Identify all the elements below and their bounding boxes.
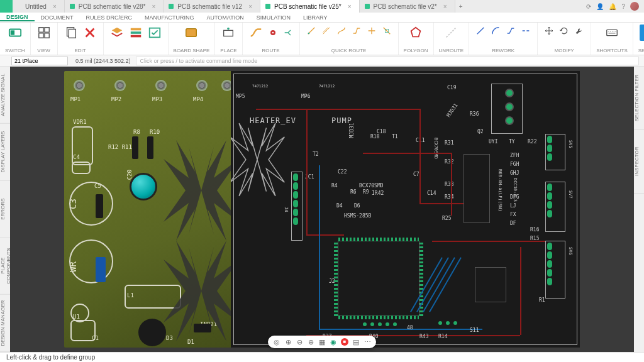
line-icon[interactable]: [474, 25, 487, 37]
rotate-icon[interactable]: [558, 25, 570, 37]
via-icon[interactable]: [267, 26, 279, 39]
ribbon-group-switch: SWITCH: [0, 23, 31, 55]
switch-icon[interactable]: [7, 25, 23, 41]
target-icon[interactable]: ⊕: [284, 338, 292, 346]
wrench-icon[interactable]: [573, 25, 586, 37]
close-icon[interactable]: ×: [248, 3, 252, 10]
keyboard-icon[interactable]: [604, 25, 620, 41]
svg-rect-9: [224, 30, 233, 36]
sub-toolbar: 0.5 mil (2244.3 502.2) Click or press / …: [0, 55, 644, 67]
help-icon[interactable]: ?: [621, 3, 625, 10]
document-tab-bar: Untitled× PCB schematic file v28*× PCB s…: [0, 0, 644, 13]
quickroute-icon[interactable]: [305, 25, 318, 37]
menu-automation[interactable]: AUTOMATION: [201, 14, 250, 21]
ribbon-group-polygon: POLYGON: [399, 23, 434, 55]
pcb-canvas[interactable]: MP1 MP2 MP3 MP4 VDR1 R8 R10 R12 R11 C4 C…: [10, 67, 634, 352]
arc-icon[interactable]: [489, 25, 502, 37]
status-bar: Left-click & drag to define group: [0, 352, 644, 362]
grid-toggle-icon[interactable]: ▦: [318, 338, 326, 346]
gap-icon[interactable]: [519, 25, 532, 37]
heatsink-3d: [157, 134, 240, 247]
sidetab-place[interactable]: PLACE COMPONENTS: [0, 238, 10, 295]
sidetab-manager[interactable]: DESIGN MANAGER: [0, 295, 10, 352]
polygon-icon[interactable]: [408, 25, 424, 41]
visibility-icon[interactable]: ◎: [273, 338, 280, 346]
view-toolbar: ◎ ⊕ ⊖ ⊕ ▦ ◉ ■ ▤ ⋯: [268, 336, 376, 348]
tab-label: PCB schematic file v25*: [274, 3, 341, 10]
sidetab-inspector[interactable]: INSPECTOR: [634, 130, 644, 194]
new-tab-button[interactable]: +: [455, 0, 467, 13]
file-icon: [169, 4, 174, 9]
svg-rect-6: [130, 35, 141, 38]
stackup-icon[interactable]: [128, 25, 144, 41]
close-icon[interactable]: ×: [443, 3, 447, 10]
quickroute-icon[interactable]: [350, 25, 363, 37]
app-icon[interactable]: [0, 0, 13, 13]
zoom-in-icon[interactable]: ⊕: [307, 338, 314, 346]
ribbon-toolbar: SWITCH VIEW EDIT BOARD SHAPE PLACE RO: [0, 23, 644, 55]
drc-icon[interactable]: [147, 25, 163, 41]
svg-point-12: [272, 32, 274, 34]
stop-icon[interactable]: ■: [341, 338, 348, 346]
menu-design[interactable]: DESIGN: [0, 14, 35, 21]
status-text: Left-click & drag to define group: [6, 354, 95, 361]
more-icon[interactable]: ⋯: [364, 338, 371, 346]
board-shape-icon[interactable]: [183, 25, 199, 41]
delete-icon[interactable]: [82, 25, 98, 41]
sidetab-filter[interactable]: SELECTION FILTER: [634, 67, 644, 130]
menu-manufacturing[interactable]: MANUFACTURING: [138, 14, 201, 21]
quickroute-icon[interactable]: [365, 25, 378, 37]
file-icon: [365, 4, 370, 9]
sidetab-errors[interactable]: ERRORS: [0, 181, 10, 238]
grid-icon[interactable]: [36, 25, 52, 41]
tab-label: PCB schematic file v2*: [374, 3, 437, 10]
notification-icon[interactable]: 🔔: [609, 3, 616, 10]
doc-tab-4[interactable]: PCB schematic file v2*×: [360, 0, 455, 13]
right-sidebar: SELECTION FILTER INSPECTOR: [634, 67, 644, 352]
command-line-input[interactable]: Click or press / to activate command lin…: [136, 57, 639, 65]
close-icon[interactable]: ×: [348, 3, 352, 10]
layer-icon[interactable]: ▤: [352, 338, 360, 346]
ribbon-group-place: PLACE: [215, 23, 242, 55]
pcb-2d-view: MP5 MP6 7471212 7471212 HEATER_EV PUMP M…: [231, 71, 580, 348]
doc-tab-0[interactable]: Untitled×: [20, 0, 65, 13]
copy-icon[interactable]: [63, 25, 79, 41]
doc-tab-1[interactable]: PCB schematic file v28*×: [65, 0, 164, 13]
3d-toggle-icon[interactable]: ◉: [330, 338, 337, 346]
user-icon[interactable]: 👤: [596, 3, 604, 10]
sidetab-analyze[interactable]: ANALYZE SIGNAL: [0, 67, 10, 124]
doc-tab-3[interactable]: PCB schematic file v25*×: [260, 0, 360, 13]
doc-tab-2[interactable]: PCB schematic file v12×: [164, 0, 260, 13]
svg-rect-1: [10, 30, 14, 35]
layers-icon[interactable]: [109, 25, 125, 41]
tab-label: PCB schematic file v28*: [79, 3, 146, 10]
sidetab-layers[interactable]: DISPLAY LAYERS: [0, 124, 10, 181]
menu-simulation[interactable]: SIMULATION: [250, 14, 297, 21]
layer-select[interactable]: [11, 57, 68, 65]
menu-document[interactable]: DOCUMENT: [35, 14, 80, 21]
branch-icon[interactable]: [282, 26, 294, 39]
tab-label: PCB schematic file v12: [177, 3, 242, 10]
close-icon[interactable]: ×: [152, 3, 155, 10]
svg-rect-4: [130, 28, 141, 31]
coordinates-readout: 0.5 mil (2244.3 502.2): [75, 58, 131, 64]
trace-icon[interactable]: [504, 25, 517, 37]
place-icon[interactable]: [220, 25, 236, 41]
zoom-out-icon[interactable]: ⊖: [296, 338, 303, 346]
unroute-icon[interactable]: [443, 25, 459, 41]
route-icon[interactable]: [248, 25, 264, 41]
move-icon[interactable]: [543, 25, 555, 37]
quickroute-icon[interactable]: [320, 25, 333, 37]
pcb-3d-view: MP1 MP2 MP3 MP4 VDR1 R8 R10 R12 R11 C4 C…: [64, 71, 240, 348]
menu-rules[interactable]: RULES DRC/ERC: [80, 14, 139, 21]
select-icon[interactable]: [640, 25, 644, 41]
quickroute-icon[interactable]: [335, 25, 348, 37]
left-sidebar: ANALYZE SIGNAL DISPLAY LAYERS ERRORS PLA…: [0, 67, 10, 352]
svg-rect-3: [69, 30, 75, 38]
menu-library[interactable]: LIBRARY: [297, 14, 333, 21]
close-icon[interactable]: ×: [53, 3, 57, 10]
svg-point-10: [228, 28, 230, 30]
avatar[interactable]: [630, 2, 639, 11]
sync-icon[interactable]: ⟳: [586, 3, 591, 10]
quickroute-icon[interactable]: [380, 25, 393, 37]
